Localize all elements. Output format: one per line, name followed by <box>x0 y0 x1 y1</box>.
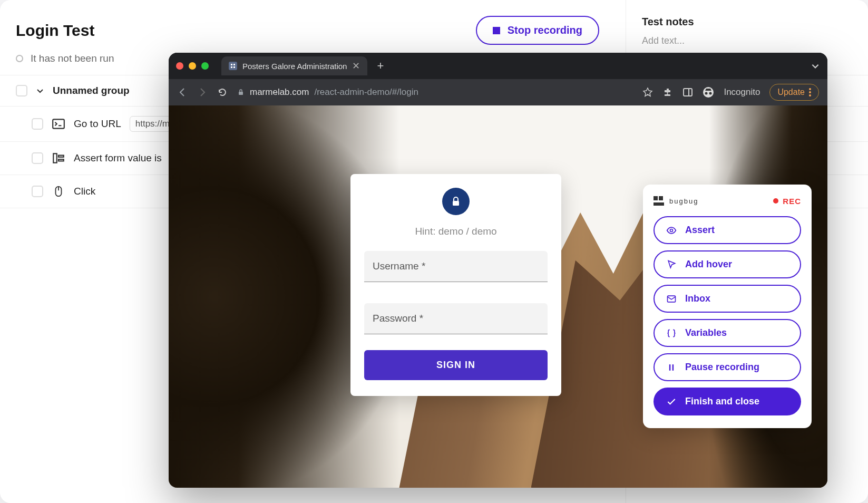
maximize-window-icon[interactable] <box>201 62 209 70</box>
inbox-label: Inbox <box>685 293 710 304</box>
tab-bar: Posters Galore Administration ✕ + <box>169 53 827 79</box>
svg-rect-19 <box>669 364 671 371</box>
stop-recording-button[interactable]: Stop recording <box>476 16 599 45</box>
bugbug-logo: bugbug <box>654 196 698 206</box>
stop-recording-label: Stop recording <box>508 24 582 36</box>
pause-recording-button[interactable]: Pause recording <box>654 353 801 381</box>
incognito-icon <box>703 86 714 98</box>
toolbar-right: Incognito Update <box>642 84 819 101</box>
bugbug-panel: bugbug REC Assert Add hover Inbox <box>643 185 812 428</box>
svg-rect-2 <box>58 156 64 157</box>
svg-rect-7 <box>239 92 243 95</box>
pause-label: Pause recording <box>685 362 759 373</box>
close-window-icon[interactable] <box>176 62 183 70</box>
add-hover-label: Add hover <box>685 259 732 270</box>
assert-button[interactable]: Assert <box>654 216 801 244</box>
page-title: Login Test <box>16 22 94 40</box>
step-label: Go to URL <box>74 118 121 130</box>
reload-icon[interactable] <box>217 87 228 98</box>
finish-label: Finish and close <box>685 396 759 407</box>
step-label: Assert form value is <box>74 152 162 164</box>
inbox-button[interactable]: Inbox <box>654 285 801 313</box>
minimize-window-icon[interactable] <box>189 62 196 70</box>
cursor-icon <box>666 259 677 270</box>
svg-point-11 <box>705 92 708 95</box>
assert-label: Assert <box>685 225 715 236</box>
step-checkbox[interactable] <box>32 186 43 197</box>
extensions-icon[interactable] <box>662 87 673 98</box>
check-icon <box>666 396 677 407</box>
bugbug-header: bugbug REC <box>654 196 801 206</box>
pause-icon <box>666 362 677 373</box>
recording-indicator: REC <box>773 197 801 206</box>
svg-rect-1 <box>53 153 57 162</box>
bugbug-logo-icon <box>654 196 666 206</box>
url-field[interactable]: marmelab.com/react-admin-demo/#/login <box>237 87 633 98</box>
group-checkbox[interactable] <box>16 85 27 96</box>
panel-icon[interactable] <box>682 87 693 98</box>
finish-close-button[interactable]: Finish and close <box>654 388 801 415</box>
close-tab-icon[interactable]: ✕ <box>352 60 360 72</box>
bugbug-logo-text: bugbug <box>669 197 698 205</box>
login-hint: Hint: demo / demo <box>364 226 548 237</box>
stop-icon <box>493 27 500 34</box>
mouse-icon <box>52 185 65 198</box>
svg-point-17 <box>670 229 673 231</box>
favicon-icon <box>229 62 237 70</box>
svg-point-14 <box>809 91 811 93</box>
svg-rect-3 <box>58 159 64 161</box>
url-path: /react-admin-demo/#/login <box>314 87 418 98</box>
step-checkbox[interactable] <box>32 152 43 164</box>
svg-rect-20 <box>672 364 674 371</box>
update-button[interactable]: Update <box>769 84 819 101</box>
svg-point-13 <box>809 88 811 90</box>
step-checkbox[interactable] <box>32 118 43 130</box>
incognito-label: Incognito <box>724 87 760 98</box>
signin-button[interactable]: SIGN IN <box>364 350 548 380</box>
svg-rect-6 <box>229 62 237 70</box>
mail-icon <box>666 294 677 304</box>
variables-button[interactable]: Variables <box>654 319 801 347</box>
login-card: Hint: demo / demo Username * Password * … <box>350 174 561 396</box>
page-viewport: Hint: demo / demo Username * Password * … <box>169 105 827 488</box>
group-name: Unnamed group <box>53 85 130 96</box>
password-field[interactable]: Password * <box>364 303 548 334</box>
svg-point-15 <box>809 94 811 96</box>
variables-label: Variables <box>685 327 727 338</box>
lock-icon <box>237 89 245 96</box>
forward-icon[interactable] <box>197 87 208 98</box>
tab-title: Posters Galore Administration <box>242 62 347 71</box>
svg-point-12 <box>709 92 712 95</box>
star-icon[interactable] <box>642 87 653 98</box>
notes-title: Test notes <box>642 16 852 28</box>
svg-rect-8 <box>684 89 692 96</box>
status-text: It has not been run <box>31 53 114 64</box>
window-controls <box>176 62 209 70</box>
menu-dots-icon[interactable] <box>809 88 811 96</box>
form-icon <box>52 151 65 165</box>
terminal-icon <box>52 117 65 131</box>
chevron-down-icon <box>36 86 44 95</box>
browser-window: Posters Galore Administration ✕ + marmel… <box>169 53 827 488</box>
svg-rect-16 <box>453 201 459 206</box>
update-label: Update <box>777 88 805 97</box>
rec-dot-icon <box>773 198 778 204</box>
svg-rect-0 <box>53 119 64 128</box>
status-dot-icon <box>16 55 23 62</box>
username-field[interactable]: Username * <box>364 251 548 282</box>
braces-icon <box>666 328 677 338</box>
notes-input[interactable]: Add text... <box>642 35 852 46</box>
address-bar: marmelab.com/react-admin-demo/#/login In… <box>169 79 827 105</box>
browser-tab[interactable]: Posters Galore Administration ✕ <box>221 56 367 75</box>
step-label: Click <box>74 186 95 197</box>
back-icon[interactable] <box>177 87 188 98</box>
tabs-menu-icon[interactable] <box>811 61 820 71</box>
add-hover-button[interactable]: Add hover <box>654 250 801 278</box>
rec-label: REC <box>783 197 801 206</box>
lock-avatar-icon <box>442 188 470 215</box>
new-tab-button[interactable]: + <box>377 59 384 73</box>
url-domain: marmelab.com <box>250 87 309 98</box>
eye-icon <box>666 225 677 236</box>
